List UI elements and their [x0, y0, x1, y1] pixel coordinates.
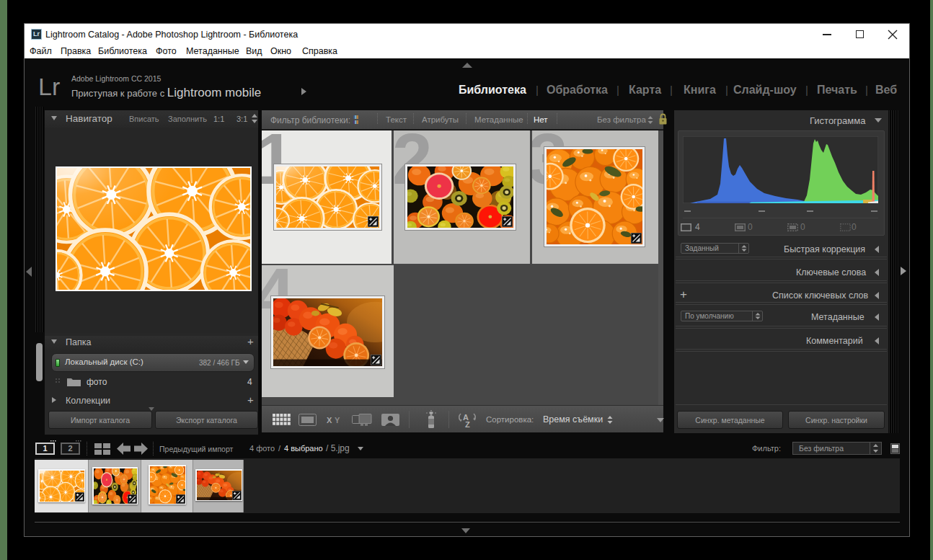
- svg-text:Y: Y: [335, 416, 340, 425]
- svg-text:Z: Z: [465, 420, 470, 428]
- svg-text:X: X: [327, 416, 332, 425]
